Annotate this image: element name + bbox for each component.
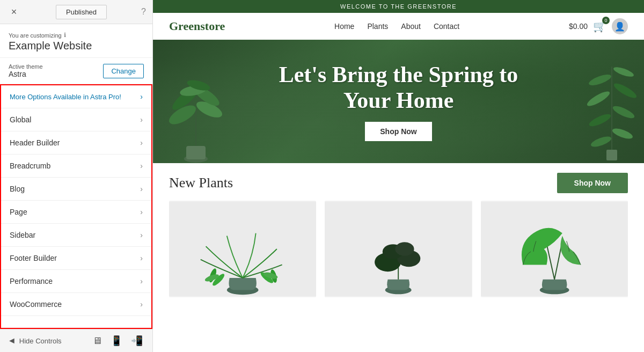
preview-area: WELCOME TO THE GREENSTORE Greenstore Hom… xyxy=(153,0,644,352)
plant-decoration-right xyxy=(585,56,639,163)
nav-item-about[interactable]: About xyxy=(401,21,421,31)
svg-point-14 xyxy=(611,104,636,120)
panel-header: × Published ? xyxy=(0,0,152,24)
hide-controls-button[interactable]: ◄ Hide Controls xyxy=(8,336,62,346)
svg-point-33 xyxy=(396,242,414,255)
chevron-right-icon: › xyxy=(140,162,143,170)
menu-item-performance[interactable]: Performance › xyxy=(1,270,151,293)
menu-item-sidebar[interactable]: Sidebar › xyxy=(1,224,151,247)
plant-card-2[interactable] xyxy=(325,201,472,297)
customizing-label: You are customizing ℹ xyxy=(9,32,144,39)
menu-item-page[interactable]: Page › xyxy=(1,201,151,224)
hero-title: Let's Bring the Spring to Your Home xyxy=(279,62,518,114)
menu-item-footer-builder[interactable]: Footer Builder › xyxy=(1,247,151,270)
plants-section-title: New Plants xyxy=(169,175,233,191)
chevron-right-icon: › xyxy=(140,115,143,124)
hero-shop-now-button[interactable]: Shop Now xyxy=(365,122,431,141)
theme-label: Active theme xyxy=(9,63,43,70)
plants-header: New Plants Shop Now xyxy=(169,173,628,193)
svg-point-18 xyxy=(612,65,635,79)
menu-list: More Options Available in Astra Pro! › G… xyxy=(0,84,152,329)
panel-info: You are customizing ℹ Example Website xyxy=(0,24,152,58)
mobile-view-button[interactable]: 📲 xyxy=(129,334,145,348)
published-button[interactable]: Published xyxy=(56,5,107,19)
nav-item-plants[interactable]: Plants xyxy=(367,21,388,31)
cart-price: $0.00 xyxy=(569,22,588,31)
svg-point-13 xyxy=(588,112,612,128)
plant-card-3[interactable] xyxy=(481,201,628,297)
chevron-right-icon: › xyxy=(140,300,143,309)
panel-footer: ◄ Hide Controls 🖥 📱 📲 xyxy=(0,329,152,352)
svg-point-11 xyxy=(590,135,612,149)
svg-point-16 xyxy=(612,81,639,100)
theme-name: Astra xyxy=(9,70,43,78)
chevron-right-icon: › xyxy=(140,138,143,147)
menu-item-header-builder[interactable]: Header Builder › xyxy=(1,131,151,155)
chevron-right-icon: › xyxy=(140,185,143,193)
site-nav: Greenstore Home Plants About Contact $0.… xyxy=(153,13,644,40)
nav-item-home[interactable]: Home xyxy=(334,21,354,31)
chevron-right-icon: › xyxy=(140,92,143,101)
desktop-view-button[interactable]: 🖥 xyxy=(90,334,104,348)
menu-item-breadcrumb[interactable]: Breadcrumb › xyxy=(1,155,151,178)
help-button[interactable]: ? xyxy=(141,7,146,17)
plants-grid xyxy=(169,201,628,297)
astra-pro-item[interactable]: More Options Available in Astra Pro! › xyxy=(1,85,151,108)
change-theme-button[interactable]: Change xyxy=(103,64,144,78)
chevron-right-icon: › xyxy=(140,231,143,239)
info-icon: ℹ xyxy=(64,32,66,39)
avatar-icon: 👤 xyxy=(614,21,625,32)
hero-section: Let's Bring the Spring to Your Home Shop… xyxy=(153,40,644,163)
shop-now-button[interactable]: Shop Now xyxy=(557,173,628,193)
chevron-right-icon: › xyxy=(140,254,143,262)
theme-row: Active theme Astra Change xyxy=(0,58,152,84)
chevron-right-icon: › xyxy=(140,277,143,285)
chevron-right-icon: › xyxy=(140,208,143,216)
menu-item-global[interactable]: Global › xyxy=(1,108,151,131)
device-icons: 🖥 📱 📲 xyxy=(90,334,145,348)
menu-item-blog[interactable]: Blog › xyxy=(1,178,151,201)
theme-info: Active theme Astra xyxy=(9,63,43,78)
plant-decoration-left xyxy=(164,67,228,163)
hero-content: Let's Bring the Spring to Your Home Shop… xyxy=(279,62,518,142)
svg-rect-9 xyxy=(606,150,617,160)
nav-links: Home Plants About Contact xyxy=(334,21,459,31)
svg-point-12 xyxy=(611,127,634,141)
hide-controls-icon: ◄ xyxy=(8,336,16,346)
site-logo[interactable]: Greenstore xyxy=(169,19,225,33)
cart-icon-wrap[interactable]: 🛒 0 xyxy=(593,20,606,33)
user-avatar[interactable]: 👤 xyxy=(612,18,628,34)
plant-card-1[interactable] xyxy=(169,201,316,297)
menu-item-woocommerce[interactable]: WooCommerce › xyxy=(1,293,151,316)
cart-badge: 0 xyxy=(602,17,610,24)
svg-point-15 xyxy=(586,89,612,108)
customizer-panel: × Published ? You are customizing ℹ Exam… xyxy=(0,0,153,352)
svg-point-17 xyxy=(588,72,612,87)
nav-right: $0.00 🛒 0 👤 xyxy=(569,18,628,34)
tablet-view-button[interactable]: 📱 xyxy=(108,334,125,348)
plants-section: New Plants Shop Now xyxy=(153,163,644,352)
welcome-bar: WELCOME TO THE GREENSTORE xyxy=(153,0,644,13)
nav-item-contact[interactable]: Contact xyxy=(434,21,459,31)
close-button[interactable]: × xyxy=(6,4,21,19)
svg-rect-1 xyxy=(186,146,206,159)
site-name: Example Website xyxy=(9,40,144,52)
